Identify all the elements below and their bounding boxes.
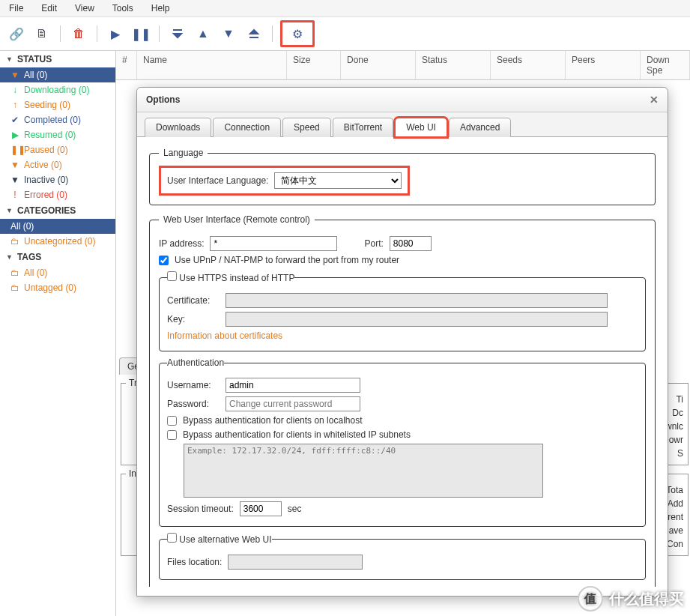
sidebar-icon: 🗀 [10,283,19,293]
sidebar-icon: ↑ [10,100,19,110]
sidebar-icon: ✔ [10,115,19,125]
sidebar-icon: 🗀 [10,268,19,278]
username-input[interactable] [226,378,360,393]
tab-downloads[interactable]: Downloads [145,118,211,137]
watermark: 值 什么值得买 [578,586,684,612]
cat-uncategorized[interactable]: 🗀Uncategorized (0) [0,234,115,249]
upnp-checkbox[interactable] [159,256,169,265]
sidebar-icon: ▼ [10,175,19,185]
menu-bar: File Edit View Tools Help [0,0,690,17]
pause-icon[interactable]: ❚❚ [130,23,151,44]
add-link-icon[interactable]: 🔗 [6,23,27,44]
files-location-input[interactable] [228,555,363,570]
filter-downloading[interactable]: ↓Downloading (0) [0,82,115,97]
auth-group: Authentication Username: Password: Bypas… [159,357,646,527]
ip-label: IP address: [159,238,204,249]
sidebar: STATUS ▼All (0)↓Downloading (0)↑Seeding … [0,51,116,616]
separator [60,25,61,42]
auth-legend: Authentication [167,357,224,368]
bypass-subnet-label: Bypass authentication for clients in whi… [183,429,411,440]
col-size[interactable]: Size [287,51,341,79]
timeout-unit: sec [288,504,302,514]
sidebar-label: Inactive (0) [24,175,68,185]
tab-speed[interactable]: Speed [282,118,331,137]
sidebar-label: Untagged (0) [24,283,76,293]
ui-language-label: User Interface Language: [167,175,268,186]
col-downspeed[interactable]: Down Spe [641,51,690,79]
watermark-badge: 值 [578,586,603,612]
categories-header[interactable]: CATEGORIES [0,202,115,219]
col-name[interactable]: Name [137,51,287,79]
col-seeds[interactable]: Seeds [491,51,566,79]
tab-bittorrent[interactable]: BitTorrent [333,118,393,137]
bypass-subnet-checkbox[interactable] [167,430,177,440]
filter-active[interactable]: ▼Active (0) [0,157,115,172]
menu-file[interactable]: File [9,3,23,13]
start-icon[interactable]: ▶ [105,23,126,44]
settings-icon[interactable]: ⚙ [280,20,315,47]
col-num[interactable]: # [116,51,137,79]
add-file-icon[interactable]: 🗎 [31,23,52,44]
tab-web-ui[interactable]: Web UI [395,118,447,137]
dialog-title: Options [146,94,180,105]
status-header[interactable]: STATUS [0,51,115,67]
col-done[interactable]: Done [341,51,416,79]
cert-info-link[interactable]: Information about certificates [167,330,282,341]
options-dialog: Options ✕ DownloadsConnectionSpeedBitTor… [136,87,668,597]
sidebar-icon: ▼ [10,70,19,80]
col-peers[interactable]: Peers [566,51,641,79]
sidebar-label: Downloading (0) [24,85,89,95]
https-group: Use HTTPS instead of HTTP Certificate: K… [159,271,646,351]
security-legend: Security [167,586,199,587]
filter-errored[interactable]: !Errored (0) [0,187,115,202]
sidebar-icon: 🗀 [10,236,19,247]
sidebar-label: Paused (0) [24,145,68,155]
cat-all[interactable]: All (0) [0,219,115,234]
sidebar-label: Errored (0) [24,190,67,200]
separator [159,25,160,42]
filter-inactive[interactable]: ▼Inactive (0) [0,172,115,187]
bypass-localhost-checkbox[interactable] [167,416,177,426]
altui-checkbox[interactable] [167,533,177,543]
decrease-priority-icon[interactable]: ▼ [218,23,239,44]
cert-label: Certificate: [167,295,220,306]
menu-help[interactable]: Help [151,3,170,13]
language-group: Language User Interface Language: 简体中文 [149,148,656,205]
increase-priority-icon[interactable]: ▲ [193,23,214,44]
col-status[interactable]: Status [416,51,491,79]
ip-input[interactable] [210,236,337,251]
tags-header[interactable]: TAGS [0,249,115,265]
key-input[interactable] [226,312,608,327]
close-icon[interactable]: ✕ [650,94,659,106]
bottom-priority-icon[interactable] [243,23,264,44]
tag-all[interactable]: 🗀All (0) [0,265,115,280]
ip-whitelist-textarea[interactable] [184,444,543,498]
cert-input[interactable] [226,293,608,308]
password-label: Password: [167,399,220,409]
filter-paused[interactable]: ❚❚Paused (0) [0,142,115,157]
menu-edit[interactable]: Edit [41,3,57,13]
tag-untagged[interactable]: 🗀Untagged (0) [0,280,115,295]
password-input[interactable] [226,396,360,411]
dialog-tabs: DownloadsConnectionSpeedBitTorrentWeb UI… [137,112,668,137]
https-label: Use HTTPS instead of HTTP [179,273,294,283]
sidebar-label: Completed (0) [24,115,81,125]
filter-seeding[interactable]: ↑Seeding (0) [0,97,115,112]
timeout-input[interactable] [240,501,282,516]
ui-language-select[interactable]: 简体中文 [274,172,402,189]
delete-icon[interactable]: 🗑 [68,23,89,44]
sidebar-label: Seeding (0) [24,100,70,110]
filter-resumed[interactable]: ▶Resumed (0) [0,127,115,142]
tab-advanced[interactable]: Advanced [449,118,511,137]
https-checkbox[interactable] [167,271,177,281]
top-priority-icon[interactable] [167,23,188,44]
tab-connection[interactable]: Connection [213,118,281,137]
filter-all[interactable]: ▼All (0) [0,67,115,82]
menu-view[interactable]: View [75,3,94,13]
sidebar-label: All (0) [24,70,47,80]
port-input[interactable] [390,236,432,251]
menu-tools[interactable]: Tools [112,3,133,13]
filter-completed[interactable]: ✔Completed (0) [0,112,115,127]
altui-group: Use alternative Web UI Files location: [159,533,646,580]
bypass-localhost-label: Bypass authentication for clients on loc… [183,415,362,426]
